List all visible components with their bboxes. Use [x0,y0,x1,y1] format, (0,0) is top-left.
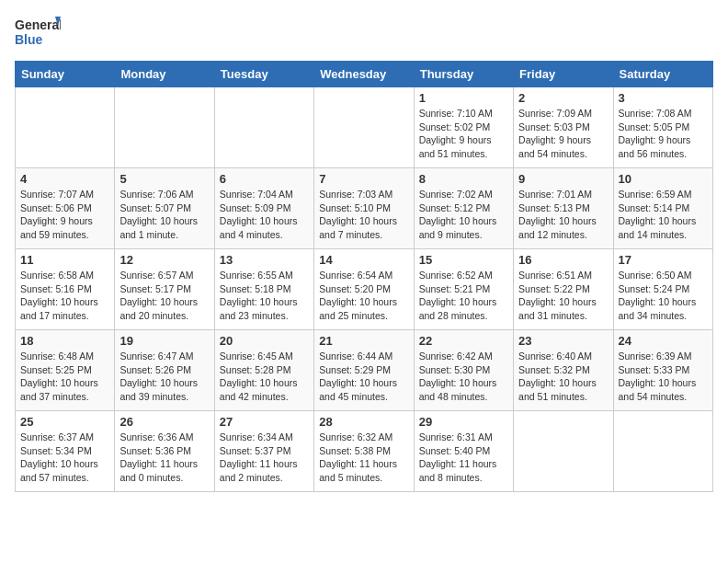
day-detail: Sunrise: 6:59 AM Sunset: 5:14 PM Dayligh… [619,188,708,242]
day-number: 24 [619,334,708,348]
day-detail: Sunrise: 6:48 AM Sunset: 5:25 PM Dayligh… [20,350,109,404]
day-detail: Sunrise: 6:47 AM Sunset: 5:26 PM Dayligh… [119,350,209,404]
weekday-header-friday: Friday [514,62,613,87]
day-detail: Sunrise: 6:40 AM Sunset: 5:32 PM Dayligh… [518,350,608,404]
calendar-cell: 11Sunrise: 6:58 AM Sunset: 5:16 PM Dayli… [16,249,115,330]
day-number: 14 [319,253,408,267]
calendar-cell: 6Sunrise: 7:04 AM Sunset: 5:09 PM Daylig… [214,168,313,249]
day-number: 13 [220,253,309,267]
day-detail: Sunrise: 6:32 AM Sunset: 5:38 PM Dayligh… [319,431,408,485]
calendar-cell: 20Sunrise: 6:45 AM Sunset: 5:28 PM Dayli… [214,330,313,411]
calendar-cell: 14Sunrise: 6:54 AM Sunset: 5:20 PM Dayli… [314,249,414,330]
weekday-header-saturday: Saturday [613,62,712,87]
day-detail: Sunrise: 7:02 AM Sunset: 5:12 PM Dayligh… [419,188,508,242]
calendar-cell: 25Sunrise: 6:37 AM Sunset: 5:34 PM Dayli… [16,411,115,492]
calendar-cell [314,87,414,168]
day-number: 2 [518,91,608,105]
calendar-cell: 24Sunrise: 6:39 AM Sunset: 5:33 PM Dayli… [613,330,712,411]
day-number: 7 [319,172,408,186]
calendar-cell: 22Sunrise: 6:42 AM Sunset: 5:30 PM Dayli… [414,330,513,411]
calendar-cell: 17Sunrise: 6:50 AM Sunset: 5:24 PM Dayli… [613,249,712,330]
day-detail: Sunrise: 6:31 AM Sunset: 5:40 PM Dayligh… [419,431,508,485]
logo-svg: General Blue [15,15,61,52]
day-number: 3 [619,91,708,105]
day-number: 8 [419,172,508,186]
calendar-cell: 15Sunrise: 6:52 AM Sunset: 5:21 PM Dayli… [414,249,513,330]
day-detail: Sunrise: 6:36 AM Sunset: 5:36 PM Dayligh… [119,431,209,485]
day-detail: Sunrise: 6:51 AM Sunset: 5:22 PM Dayligh… [518,269,608,323]
day-detail: Sunrise: 7:09 AM Sunset: 5:03 PM Dayligh… [518,107,608,161]
calendar-cell: 4Sunrise: 7:07 AM Sunset: 5:06 PM Daylig… [16,168,115,249]
day-number: 18 [20,334,109,348]
calendar-cell: 1Sunrise: 7:10 AM Sunset: 5:02 PM Daylig… [414,87,513,168]
day-detail: Sunrise: 7:10 AM Sunset: 5:02 PM Dayligh… [419,107,508,161]
day-number: 26 [119,415,209,429]
calendar-cell: 8Sunrise: 7:02 AM Sunset: 5:12 PM Daylig… [414,168,513,249]
calendar-week-4: 18Sunrise: 6:48 AM Sunset: 5:25 PM Dayli… [16,330,713,411]
day-number: 5 [119,172,209,186]
calendar-week-2: 4Sunrise: 7:07 AM Sunset: 5:06 PM Daylig… [16,168,713,249]
day-number: 21 [319,334,408,348]
calendar-cell: 9Sunrise: 7:01 AM Sunset: 5:13 PM Daylig… [514,168,613,249]
calendar-week-1: 1Sunrise: 7:10 AM Sunset: 5:02 PM Daylig… [16,87,713,168]
calendar-cell [514,411,613,492]
day-number: 23 [518,334,608,348]
calendar-cell [16,87,115,168]
day-number: 17 [619,253,708,267]
day-number: 9 [518,172,608,186]
calendar-table: SundayMondayTuesdayWednesdayThursdayFrid… [15,61,713,492]
logo: General Blue [15,15,61,52]
calendar-cell [214,87,313,168]
calendar-cell [115,87,214,168]
day-number: 12 [119,253,209,267]
day-number: 4 [20,172,109,186]
day-detail: Sunrise: 6:39 AM Sunset: 5:33 PM Dayligh… [619,350,708,404]
svg-text:General: General [15,17,61,32]
svg-text:Blue: Blue [15,32,43,47]
day-detail: Sunrise: 7:06 AM Sunset: 5:07 PM Dayligh… [119,188,209,242]
weekday-header-row: SundayMondayTuesdayWednesdayThursdayFrid… [16,62,713,87]
calendar-cell: 28Sunrise: 6:32 AM Sunset: 5:38 PM Dayli… [314,411,414,492]
day-number: 16 [518,253,608,267]
calendar-cell: 5Sunrise: 7:06 AM Sunset: 5:07 PM Daylig… [115,168,214,249]
calendar-cell: 27Sunrise: 6:34 AM Sunset: 5:37 PM Dayli… [214,411,313,492]
day-detail: Sunrise: 7:07 AM Sunset: 5:06 PM Dayligh… [20,188,109,242]
day-detail: Sunrise: 6:52 AM Sunset: 5:21 PM Dayligh… [419,269,508,323]
calendar-cell: 21Sunrise: 6:44 AM Sunset: 5:29 PM Dayli… [314,330,414,411]
calendar-cell: 19Sunrise: 6:47 AM Sunset: 5:26 PM Dayli… [115,330,214,411]
day-detail: Sunrise: 6:45 AM Sunset: 5:28 PM Dayligh… [220,350,309,404]
day-number: 6 [220,172,309,186]
day-detail: Sunrise: 6:37 AM Sunset: 5:34 PM Dayligh… [20,431,109,485]
calendar-cell: 3Sunrise: 7:08 AM Sunset: 5:05 PM Daylig… [613,87,712,168]
weekday-header-monday: Monday [115,62,214,87]
calendar-body: 1Sunrise: 7:10 AM Sunset: 5:02 PM Daylig… [16,87,713,492]
day-detail: Sunrise: 7:01 AM Sunset: 5:13 PM Dayligh… [518,188,608,242]
day-detail: Sunrise: 6:55 AM Sunset: 5:18 PM Dayligh… [220,269,309,323]
day-detail: Sunrise: 6:54 AM Sunset: 5:20 PM Dayligh… [319,269,408,323]
calendar-week-3: 11Sunrise: 6:58 AM Sunset: 5:16 PM Dayli… [16,249,713,330]
weekday-header-tuesday: Tuesday [214,62,313,87]
day-number: 15 [419,253,508,267]
day-number: 11 [20,253,109,267]
day-number: 19 [119,334,209,348]
weekday-header-thursday: Thursday [414,62,513,87]
day-detail: Sunrise: 7:08 AM Sunset: 5:05 PM Dayligh… [619,107,708,161]
day-number: 27 [220,415,309,429]
day-number: 22 [419,334,508,348]
calendar-cell: 26Sunrise: 6:36 AM Sunset: 5:36 PM Dayli… [115,411,214,492]
day-detail: Sunrise: 7:03 AM Sunset: 5:10 PM Dayligh… [319,188,408,242]
day-detail: Sunrise: 6:34 AM Sunset: 5:37 PM Dayligh… [220,431,309,485]
day-number: 25 [20,415,109,429]
calendar-cell: 16Sunrise: 6:51 AM Sunset: 5:22 PM Dayli… [514,249,613,330]
day-number: 10 [619,172,708,186]
header: General Blue [15,15,713,52]
day-detail: Sunrise: 7:04 AM Sunset: 5:09 PM Dayligh… [220,188,309,242]
calendar-cell [613,411,712,492]
weekday-header-wednesday: Wednesday [314,62,414,87]
calendar-cell: 13Sunrise: 6:55 AM Sunset: 5:18 PM Dayli… [214,249,313,330]
calendar-cell: 29Sunrise: 6:31 AM Sunset: 5:40 PM Dayli… [414,411,513,492]
calendar-cell: 12Sunrise: 6:57 AM Sunset: 5:17 PM Dayli… [115,249,214,330]
day-detail: Sunrise: 6:44 AM Sunset: 5:29 PM Dayligh… [319,350,408,404]
day-number: 1 [419,91,508,105]
day-detail: Sunrise: 6:57 AM Sunset: 5:17 PM Dayligh… [119,269,209,323]
